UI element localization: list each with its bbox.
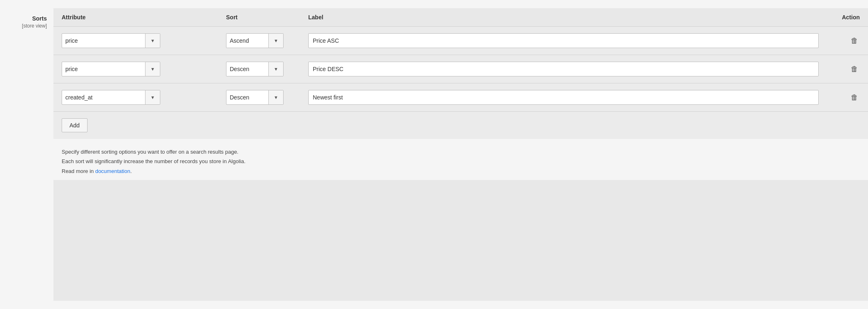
attribute-select-3[interactable]: price created_at name relevance (62, 90, 145, 104)
table-row: price created_at name relevance ▼ Ascend… (53, 83, 868, 112)
header-sort: Sort (226, 14, 308, 21)
sort-select-wrapper-1[interactable]: Ascend Descen ▼ (226, 33, 284, 48)
table-header: Attribute Sort Label Action (53, 8, 868, 27)
attribute-select-wrapper-3[interactable]: price created_at name relevance ▼ (62, 90, 160, 105)
description-line3-prefix: Read more in (62, 168, 95, 174)
delete-button-3[interactable]: 🗑 (849, 92, 860, 104)
description-line3-suffix: . (130, 168, 132, 174)
sort-select-1[interactable]: Ascend Descen (226, 34, 268, 48)
table-row: price created_at name relevance ▼ Ascend… (53, 27, 868, 55)
attribute-select-1[interactable]: price created_at name relevance (62, 34, 145, 48)
delete-button-2[interactable]: 🗑 (849, 63, 860, 75)
sort-select-arrow-3: ▼ (268, 90, 283, 104)
sidebar-title: Sorts (0, 15, 47, 23)
sort-select-arrow-1: ▼ (268, 34, 283, 48)
sort-cell-1: Ascend Descen ▼ (226, 33, 308, 48)
label-input-1[interactable] (308, 33, 819, 48)
sidebar-subtitle: [store view] (0, 23, 47, 29)
attribute-select-wrapper-2[interactable]: price created_at name relevance ▼ (62, 62, 160, 76)
delete-cell-3: 🗑 (827, 92, 860, 104)
attribute-select-arrow-1: ▼ (145, 34, 160, 48)
description-line1: Specify different sorting options you wa… (62, 147, 860, 157)
sort-select-arrow-2: ▼ (268, 62, 283, 76)
description-line3: Read more in documentation. (62, 166, 860, 176)
sort-select-2[interactable]: Ascend Descen (226, 62, 268, 76)
attribute-select-wrapper-1[interactable]: price created_at name relevance ▼ (62, 33, 160, 48)
sort-cell-2: Ascend Descen ▼ (226, 62, 308, 76)
header-label: Label (308, 14, 827, 21)
sort-select-wrapper-2[interactable]: Ascend Descen ▼ (226, 62, 284, 76)
sort-select-3[interactable]: Ascend Descen (226, 90, 268, 104)
add-row: Add (53, 112, 868, 139)
delete-cell-1: 🗑 (827, 35, 860, 47)
description: Specify different sorting options you wa… (53, 139, 868, 180)
label-input-3[interactable] (308, 90, 819, 105)
attribute-select-arrow-3: ▼ (145, 90, 160, 104)
documentation-link[interactable]: documentation (95, 168, 130, 174)
delete-button-1[interactable]: 🗑 (849, 35, 860, 47)
attribute-cell-2: price created_at name relevance ▼ (62, 62, 226, 76)
description-line2: Each sort will significantly increase th… (62, 157, 860, 166)
label-cell-3 (308, 90, 827, 105)
delete-cell-2: 🗑 (827, 63, 860, 75)
header-action: Action (827, 14, 860, 21)
label-cell-2 (308, 62, 827, 76)
main-content: Attribute Sort Label Action price create… (53, 8, 868, 301)
sidebar: Sorts [store view] (0, 8, 53, 301)
sort-select-wrapper-3[interactable]: Ascend Descen ▼ (226, 90, 284, 105)
label-cell-1 (308, 33, 827, 48)
sort-cell-3: Ascend Descen ▼ (226, 90, 308, 105)
add-button[interactable]: Add (62, 118, 88, 132)
header-attribute: Attribute (62, 14, 226, 21)
attribute-cell-1: price created_at name relevance ▼ (62, 33, 226, 48)
attribute-select-2[interactable]: price created_at name relevance (62, 62, 145, 76)
attribute-select-arrow-2: ▼ (145, 62, 160, 76)
label-input-2[interactable] (308, 62, 819, 76)
attribute-cell-3: price created_at name relevance ▼ (62, 90, 226, 105)
table-row: price created_at name relevance ▼ Ascend… (53, 55, 868, 83)
